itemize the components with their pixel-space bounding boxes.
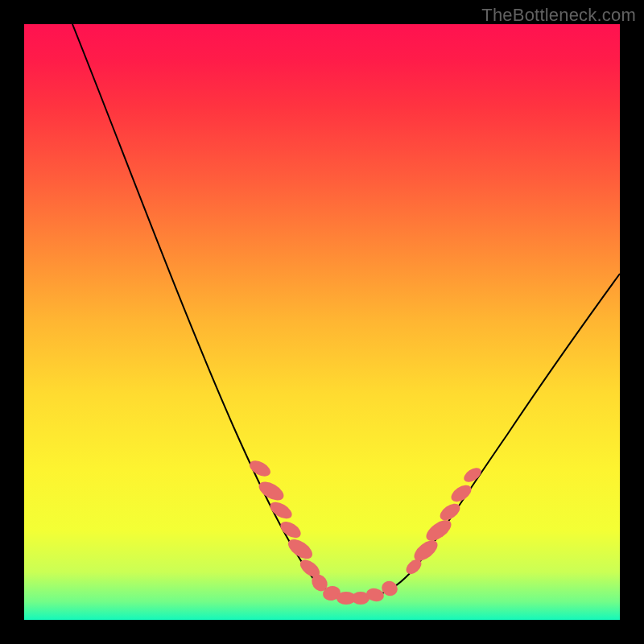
highlight-blob [247,457,273,479]
chart-frame: TheBottleneck.com [0,0,644,644]
highlight-blob [256,478,287,505]
bottleneck-curve [72,24,620,598]
plot-area [24,24,620,620]
highlight-blob [267,499,295,522]
curve-layer [24,24,620,620]
watermark-text: TheBottleneck.com [481,5,636,26]
highlight-blob [278,518,303,541]
